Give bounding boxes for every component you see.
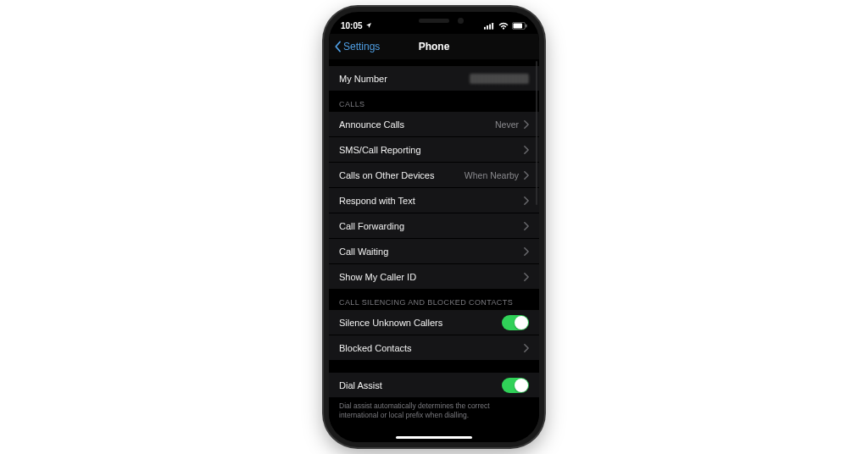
svg-rect-2 [489, 24, 491, 29]
section-header-calls: CALLS [329, 91, 539, 112]
svg-rect-0 [484, 26, 486, 29]
row-calls-other-devices[interactable]: Calls on Other Devices When Nearby [329, 163, 539, 188]
chevron-right-icon [524, 247, 529, 256]
toggle-silence-unknown[interactable] [502, 315, 529, 330]
chevron-right-icon [524, 273, 529, 281]
back-button[interactable]: Settings [334, 34, 380, 59]
row-sms-call-reporting[interactable]: SMS/Call Reporting [329, 137, 539, 163]
notch [383, 12, 485, 30]
row-my-number[interactable]: My Number [329, 66, 539, 91]
scroll-indicator [536, 61, 537, 205]
my-number-value-redacted [470, 74, 529, 84]
chevron-right-icon [524, 120, 529, 129]
footer-dial-assist: Dial assist automatically determines the… [329, 398, 539, 427]
chevron-right-icon [524, 197, 529, 205]
row-dial-assist: Dial Assist [329, 373, 539, 398]
back-label: Settings [343, 41, 380, 53]
row-show-caller-id[interactable]: Show My Caller ID [329, 264, 539, 290]
my-number-label: My Number [339, 74, 387, 84]
battery-icon [512, 22, 527, 30]
toggle-dial-assist[interactable] [502, 378, 529, 393]
wifi-icon [498, 22, 509, 30]
row-silence-unknown-callers: Silence Unknown Callers [329, 310, 539, 335]
svg-rect-3 [492, 23, 493, 30]
svg-rect-1 [487, 25, 488, 30]
row-announce-calls[interactable]: Announce Calls Never [329, 112, 539, 137]
page-title: Phone [419, 41, 450, 53]
row-respond-with-text[interactable]: Respond with Text [329, 188, 539, 213]
svg-rect-5 [514, 23, 523, 28]
row-call-forwarding[interactable]: Call Forwarding [329, 213, 539, 239]
phone-frame: 10:05 [324, 7, 544, 447]
chevron-right-icon [524, 344, 529, 352]
location-icon [365, 22, 372, 29]
svg-rect-6 [526, 24, 526, 27]
chevron-right-icon [524, 222, 529, 230]
row-call-waiting[interactable]: Call Waiting [329, 239, 539, 264]
row-blocked-contacts[interactable]: Blocked Contacts [329, 335, 539, 361]
chevron-right-icon [524, 171, 529, 180]
settings-content[interactable]: My Number CALLS Announce Calls Never SMS… [329, 59, 539, 442]
chevron-right-icon [524, 146, 529, 154]
nav-bar: Settings Phone [329, 34, 539, 59]
home-indicator[interactable] [396, 436, 472, 440]
section-header-silencing: CALL SILENCING AND BLOCKED CONTACTS [329, 290, 539, 310]
cellular-signal-icon [484, 22, 495, 30]
status-time: 10:05 [341, 21, 363, 30]
